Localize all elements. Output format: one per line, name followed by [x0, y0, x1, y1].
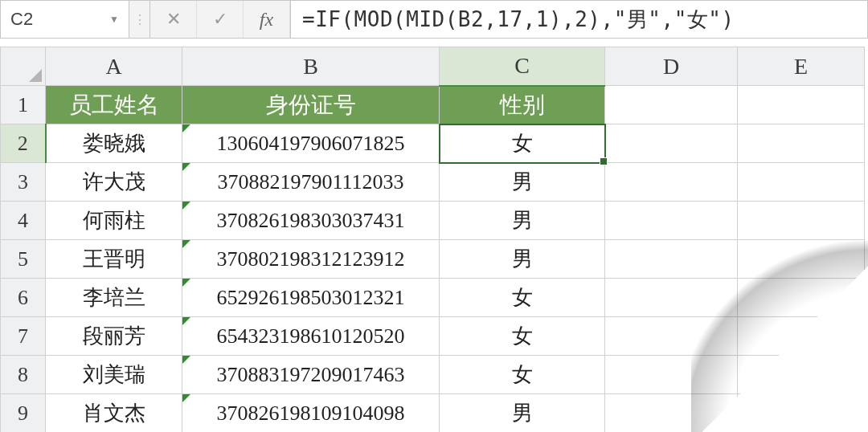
cell-text: 刘美瑞 — [83, 363, 145, 386]
table-row: 8 刘美瑞 370883197209017463 女 — [1, 356, 865, 394]
cell-E7[interactable] — [738, 317, 865, 356]
col-header-E[interactable]: E — [738, 47, 865, 86]
cell-text: 性别 — [500, 92, 545, 117]
cell-D1[interactable] — [605, 86, 738, 124]
cell-A8[interactable]: 刘美瑞 — [46, 356, 182, 394]
row-header-7[interactable]: 7 — [1, 317, 46, 356]
cell-D6[interactable] — [605, 279, 738, 317]
row-header-8[interactable]: 8 — [1, 356, 46, 394]
row-header-2[interactable]: 2 — [1, 124, 46, 163]
cell-D8[interactable] — [605, 356, 738, 394]
cell-A9[interactable]: 肖文杰 — [46, 394, 182, 433]
cell-A5[interactable]: 王晋明 — [46, 240, 182, 279]
name-box-dropdown-icon[interactable]: ▼ — [109, 14, 119, 25]
cell-C5[interactable]: 男 — [440, 240, 605, 279]
cell-text: 段丽芳 — [83, 324, 145, 348]
row-label: 5 — [18, 247, 28, 271]
row-header-3[interactable]: 3 — [1, 163, 46, 202]
cell-D4[interactable] — [605, 202, 738, 240]
cell-E4[interactable] — [738, 202, 865, 240]
formula-input[interactable]: =IF(MOD(MID(B2,17,1),2),"男","女") — [290, 1, 867, 38]
table-row: 3 许大茂 370882197901112033 男 — [1, 163, 865, 202]
cell-D9[interactable] — [605, 394, 738, 433]
grid: A B C D E 1 员工姓名 身份证号 性别 2 娄晓娥 130604197… — [0, 47, 865, 432]
table-row: 9 肖文杰 370826198109104098 男 — [1, 394, 865, 433]
cancel-button[interactable]: ✕ — [150, 1, 197, 38]
confirm-button[interactable]: ✓ — [197, 1, 244, 38]
cell-E5[interactable] — [738, 240, 865, 279]
cell-B8[interactable]: 370883197209017463 — [182, 356, 440, 394]
cell-text: 男 — [512, 170, 533, 194]
row-label: 1 — [18, 93, 28, 116]
cell-A3[interactable]: 许大茂 — [46, 163, 182, 202]
cell-D2[interactable] — [605, 124, 738, 163]
cell-A6[interactable]: 李培兰 — [46, 279, 182, 317]
cell-C3[interactable]: 男 — [440, 163, 605, 202]
cell-text: 男 — [512, 247, 533, 271]
row-header-6[interactable]: 6 — [1, 279, 46, 317]
cell-text: 娄晓娥 — [83, 132, 145, 155]
col-label: A — [105, 54, 121, 79]
cell-A2[interactable]: 娄晓娥 — [46, 124, 182, 163]
cell-E3[interactable] — [738, 163, 865, 202]
row-header-1[interactable]: 1 — [1, 86, 46, 124]
col-header-D[interactable]: D — [605, 47, 738, 86]
row-label: 7 — [18, 324, 28, 348]
cell-C4[interactable]: 男 — [440, 202, 605, 240]
cell-E9[interactable] — [738, 394, 865, 433]
row-header-5[interactable]: 5 — [1, 240, 46, 279]
cell-A4[interactable]: 何雨柱 — [46, 202, 182, 240]
cell-text: 王晋明 — [83, 247, 145, 271]
cell-text: 员工姓名 — [69, 92, 159, 117]
cell-B6[interactable]: 652926198503012321 — [182, 279, 440, 317]
select-all-corner[interactable] — [1, 47, 46, 86]
cell-E6[interactable] — [738, 279, 865, 317]
table-row: 6 李培兰 652926198503012321 女 — [1, 279, 865, 317]
formula-bar-grip: ⋮ — [129, 1, 150, 38]
cell-text: 女 — [512, 363, 533, 386]
cell-A7[interactable]: 段丽芳 — [46, 317, 182, 356]
cell-C2[interactable]: 女 — [440, 124, 605, 163]
cell-text: 370882197901112033 — [217, 170, 403, 194]
col-header-C[interactable]: C — [440, 47, 605, 86]
cell-C8[interactable]: 女 — [440, 356, 605, 394]
col-header-B[interactable]: B — [182, 47, 440, 86]
row-header-4[interactable]: 4 — [1, 202, 46, 240]
column-header-row: A B C D E — [1, 47, 865, 86]
cell-B3[interactable]: 370882197901112033 — [182, 163, 440, 202]
cell-D3[interactable] — [605, 163, 738, 202]
cell-text: 130604197906071825 — [217, 132, 405, 155]
cell-B5[interactable]: 370802198312123912 — [182, 240, 440, 279]
row-label: 9 — [18, 401, 28, 425]
name-box[interactable]: C2 ▼ — [1, 1, 129, 38]
cell-text: 654323198610120520 — [217, 324, 405, 348]
cell-C9[interactable]: 男 — [440, 394, 605, 433]
cell-D5[interactable] — [605, 240, 738, 279]
cell-E1[interactable] — [738, 86, 865, 124]
row-label: 8 — [18, 363, 28, 386]
cell-D7[interactable] — [605, 317, 738, 356]
cell-text: 女 — [512, 324, 533, 348]
row-label: 3 — [18, 170, 28, 194]
cell-text: 女 — [512, 286, 533, 309]
cell-C6[interactable]: 女 — [440, 279, 605, 317]
col-label: E — [794, 54, 808, 79]
cell-B4[interactable]: 370826198303037431 — [182, 202, 440, 240]
col-header-A[interactable]: A — [46, 47, 182, 86]
row-label: 6 — [18, 286, 28, 309]
formula-text: =IF(MOD(MID(B2,17,1),2),"男","女") — [302, 6, 735, 34]
insert-function-button[interactable]: fx — [244, 1, 290, 38]
cell-text: 女 — [512, 132, 533, 155]
cell-C1[interactable]: 性别 — [440, 86, 605, 124]
cell-B2[interactable]: 130604197906071825 — [182, 124, 440, 163]
row-header-9[interactable]: 9 — [1, 394, 46, 433]
formula-bar: C2 ▼ ⋮ ✕ ✓ fx =IF(MOD(MID(B2,17,1),2),"男… — [0, 0, 868, 39]
cell-B9[interactable]: 370826198109104098 — [182, 394, 440, 433]
cell-E2[interactable] — [738, 124, 865, 163]
cell-B7[interactable]: 654323198610120520 — [182, 317, 440, 356]
cell-C7[interactable]: 女 — [440, 317, 605, 356]
cell-A1[interactable]: 员工姓名 — [46, 86, 182, 124]
cell-B1[interactable]: 身份证号 — [182, 86, 440, 124]
table-row: 4 何雨柱 370826198303037431 男 — [1, 202, 865, 240]
cell-E8[interactable] — [738, 356, 865, 394]
